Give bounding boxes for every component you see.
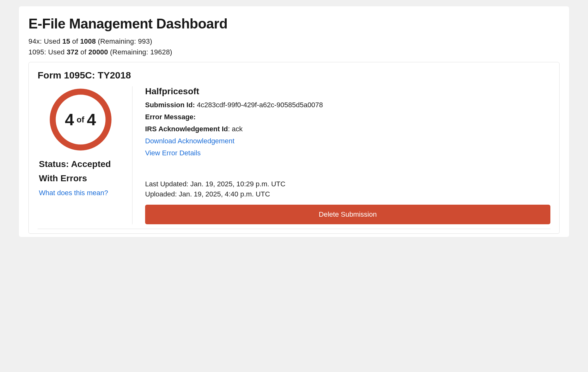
usage-1095-total: 20000 xyxy=(89,48,108,56)
uploaded: Uploaded: Jan. 19, 2025, 4:40 p.m. UTC xyxy=(145,190,550,198)
usage-94x-remaining: (Remaining: 993) xyxy=(96,37,152,45)
usage-94x: 94x: Used 15 of 1008 (Remaining: 993) xyxy=(28,37,560,46)
form-title: Form 1095C: TY2018 xyxy=(38,70,550,81)
status-help-link[interactable]: What does this mean? xyxy=(38,189,108,197)
form-panel: Form 1095C: TY2018 4 of 4 Status: Accept… xyxy=(28,62,560,234)
usage-94x-total: 1008 xyxy=(80,37,96,45)
status-column: 4 of 4 Status: Accepted With Errors What… xyxy=(38,86,132,224)
usage-1095-used: 372 xyxy=(67,48,78,56)
usage-94x-prefix: 94x: Used xyxy=(28,37,62,45)
submission-id-field: Submission Id: 4c283cdf-99f0-429f-a62c-9… xyxy=(145,101,550,109)
submission-id: 4c283cdf-99f0-429f-a62c-90585d5a0078 xyxy=(197,101,323,109)
last-updated: Last Updated: Jan. 19, 2025, 10:29 p.m. … xyxy=(145,180,550,188)
uploaded-label: Uploaded: xyxy=(145,190,179,198)
usage-1095-mid: of xyxy=(78,48,88,56)
progress-ring: 4 of 4 xyxy=(47,86,114,153)
view-error-details-link[interactable]: View Error Details xyxy=(145,149,550,157)
error-message-field: Error Message: xyxy=(145,113,550,121)
submission-id-label: Submission Id: xyxy=(145,101,195,109)
panel-body: 4 of 4 Status: Accepted With Errors What… xyxy=(38,86,550,229)
delete-submission-button[interactable]: Delete Submission xyxy=(145,205,550,224)
progress-of: of xyxy=(77,115,84,125)
progress-total: 4 xyxy=(87,110,96,129)
dashboard-card: E-File Management Dashboard 94x: Used 15… xyxy=(19,6,569,237)
company-name: Halfpricesoft xyxy=(145,86,550,96)
usage-94x-used: 15 xyxy=(62,37,70,45)
ack-id-label: IRS Acknowledgement Id xyxy=(145,125,228,133)
spacer xyxy=(145,161,550,180)
status-label: Status: Accepted With Errors xyxy=(38,157,123,186)
usage-1095-remaining: (Remaining: 19628) xyxy=(108,48,172,56)
page-title: E-File Management Dashboard xyxy=(28,16,560,32)
progress-done: 4 xyxy=(65,110,74,129)
last-updated-label: Last Updated: xyxy=(145,180,190,188)
ack-id-value: : ack xyxy=(228,125,242,133)
usage-1095-prefix: 1095: Used xyxy=(28,48,67,56)
last-updated-value: Jan. 19, 2025, 10:29 p.m. UTC xyxy=(190,180,285,188)
usage-94x-mid: of xyxy=(70,37,80,45)
detail-column: Halfpricesoft Submission Id: 4c283cdf-99… xyxy=(132,86,550,224)
error-message-label: Error Message: xyxy=(145,113,196,121)
uploaded-value: Jan. 19, 2025, 4:40 p.m. UTC xyxy=(179,190,270,198)
download-acknowledgement-link[interactable]: Download Acknowledgement xyxy=(145,137,550,145)
progress-ring-text: 4 of 4 xyxy=(47,86,114,153)
ack-id-field: IRS Acknowledgement Id: ack xyxy=(145,125,550,133)
usage-1095: 1095: Used 372 of 20000 (Remaining: 1962… xyxy=(28,48,560,56)
